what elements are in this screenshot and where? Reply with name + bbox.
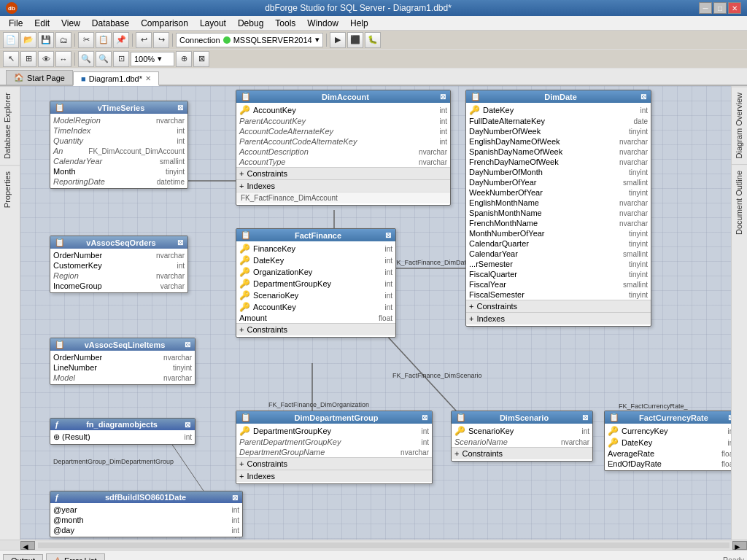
- tb-stop[interactable]: ⬛: [347, 32, 363, 48]
- table-header-vAssocSeqLineItems[interactable]: 📋 vAssocSeqLineItems ⊠: [50, 338, 195, 351]
- section-constraints-dimdate[interactable]: +Constraints: [466, 300, 651, 312]
- table-DimDate[interactable]: 📋 DimDate ⊠ 🔑DateKeyint FullDateAlternat…: [465, 90, 651, 327]
- expand-sdfBuildISO8601Date[interactable]: ⊠: [232, 494, 238, 502]
- field-row: SpanishDayNameOfWeeknvarchar: [466, 147, 651, 157]
- table-header-FactCurrencyRate[interactable]: 📋 FactCurrencyRate ⊠: [605, 411, 731, 424]
- table-DimAccount[interactable]: 📋 DimAccount ⊠ 🔑AccountKeyint ParentAcco…: [236, 90, 451, 206]
- section-constraints-factfinance[interactable]: +Constraints: [236, 323, 395, 335]
- tab-close-button[interactable]: ✕: [145, 74, 151, 82]
- tb-table[interactable]: ⊞: [20, 51, 36, 67]
- table-header-sdfBuildISO8601Date[interactable]: ƒ sdfBuildISO8601Date ⊠: [50, 491, 242, 503]
- scroll-left[interactable]: ◄: [20, 541, 35, 550]
- table-body-DimDate: 🔑DateKeyint FullDateAlternateKeydate Day…: [466, 103, 651, 326]
- tb-save-all[interactable]: 🗂: [55, 32, 71, 48]
- sidebar-diagram-overview[interactable]: Diagram Overview: [732, 86, 747, 164]
- table-name-fn-diagramobjects: fn_diagramobjects: [86, 420, 158, 429]
- expand-FactFinance[interactable]: ⊠: [385, 231, 391, 239]
- section-constraints-dimdeptgrp[interactable]: +Constraints: [236, 457, 432, 470]
- output-tab-button[interactable]: Output: [3, 554, 43, 561]
- diagram-canvas[interactable]: FK_FactFinance_DimDate FK_FactFinance_Di…: [20, 86, 731, 540]
- table-header-DimScenario[interactable]: 📋 DimScenario ⊠: [452, 411, 592, 424]
- tab-diagram[interactable]: ■ Diagram1.dbd* ✕: [73, 71, 159, 86]
- table-vAssocSeqLineItems[interactable]: 📋 vAssocSeqLineItems ⊠ OrderNumbernvarch…: [50, 338, 196, 385]
- tb-fit[interactable]: ⊡: [113, 51, 129, 67]
- table-vTimeSeries[interactable]: 📋 vTimeSeries ⊠ ModelRegionnvarchar Time…: [50, 101, 188, 189]
- expand-vAssocSeqLineItems[interactable]: ⊠: [185, 341, 190, 349]
- tb-zoom-in[interactable]: 🔍: [78, 51, 94, 67]
- menu-edit[interactable]: Edit: [28, 17, 55, 30]
- key-icon: 🔑: [469, 105, 480, 115]
- table-FactFinance[interactable]: 📋 FactFinance ⊠ 🔑FinanceKeyint 🔑DateKeyi…: [236, 228, 396, 338]
- menu-file[interactable]: File: [3, 17, 28, 30]
- field-row: 🔑AccountKeyint: [236, 104, 450, 116]
- field-row: 🔑CurrencyKeyint: [605, 425, 731, 437]
- tb-select[interactable]: ↖: [3, 51, 19, 67]
- field-row: DayNumberOfYearsmallint: [466, 177, 651, 187]
- tb-zoom-100[interactable]: ⊕: [176, 51, 192, 67]
- connection-value: MSSQLSERVER2014: [233, 36, 312, 44]
- sidebar-properties[interactable]: Properties: [0, 165, 20, 214]
- table-header-DimDate[interactable]: 📋 DimDate ⊠: [466, 90, 651, 103]
- tb-view2[interactable]: 👁: [38, 51, 54, 67]
- table-DimDepartmentGroup[interactable]: 📋 DimDepartmentGroup ⊠ 🔑DepartmentGroupK…: [236, 411, 433, 484]
- table-header-DimDepartmentGroup[interactable]: 📋 DimDepartmentGroup ⊠: [236, 411, 432, 424]
- menu-help[interactable]: Help: [344, 17, 374, 30]
- section-indexes[interactable]: +Indexes: [236, 179, 450, 192]
- table-header-vAssocSeqOrders[interactable]: 📋 vAssocSeqOrders ⊠: [50, 236, 187, 249]
- menu-window[interactable]: Window: [301, 17, 344, 30]
- expand-vTimeSeries[interactable]: ⊠: [177, 104, 183, 112]
- tb-new[interactable]: 📄: [3, 32, 19, 48]
- section-indexes-dimdate[interactable]: +Indexes: [466, 312, 651, 324]
- table-header-FactFinance[interactable]: 📋 FactFinance ⊠: [236, 229, 395, 241]
- tb-debug[interactable]: 🐛: [365, 32, 381, 48]
- table-header-vTimeSeries[interactable]: 📋 vTimeSeries ⊠: [50, 101, 187, 114]
- field-row: AnFK_DimAccount_DimAccount: [50, 146, 187, 156]
- horizontal-scrollbar[interactable]: ◄ ►: [0, 540, 747, 550]
- expand-DimAccount[interactable]: ⊠: [440, 93, 446, 101]
- section-constraints[interactable]: +Constraints: [236, 167, 450, 179]
- table-header-fn-diagramobjects[interactable]: ƒ fn_diagramobjects ⊠: [50, 419, 195, 430]
- tb-cut[interactable]: ✂: [78, 32, 94, 48]
- menu-tools[interactable]: Tools: [269, 17, 301, 30]
- table-header-DimAccount[interactable]: 📋 DimAccount ⊠: [236, 90, 450, 103]
- menu-comparison[interactable]: Comparison: [135, 17, 194, 30]
- tb-zoom-out[interactable]: 🔍: [96, 51, 112, 67]
- tb-redo[interactable]: ↪: [153, 32, 169, 48]
- tab-start-page[interactable]: 🏠 Start Page: [6, 70, 73, 85]
- menu-view[interactable]: View: [55, 17, 86, 30]
- table-DimScenario[interactable]: 📋 DimScenario ⊠ 🔑ScenarioKeyint Scenario…: [451, 411, 593, 462]
- table-vAssocSeqOrders[interactable]: 📋 vAssocSeqOrders ⊠ OrderNumbernvarchar …: [50, 236, 188, 293]
- table-body-vTimeSeries: ModelRegionnvarchar TimeIndexint Quantit…: [50, 114, 187, 188]
- close-button[interactable]: ✕: [728, 2, 741, 14]
- section-constraints-dimscenario[interactable]: +Constraints: [452, 447, 592, 459]
- zoom-dropdown[interactable]: 100% ▾: [131, 52, 174, 66]
- tb-copy[interactable]: 📋: [96, 32, 112, 48]
- tb-save[interactable]: 💾: [38, 32, 54, 48]
- tb-undo[interactable]: ↩: [136, 32, 152, 48]
- error-list-tab-button[interactable]: ⚠ Error List: [46, 553, 105, 560]
- menu-layout[interactable]: Layout: [194, 17, 232, 30]
- scroll-right[interactable]: ►: [732, 541, 747, 550]
- table-fn-diagramobjects[interactable]: ƒ fn_diagramobjects ⊠ ⊛ (Result)int: [50, 418, 196, 445]
- expand-FactCurrencyRate[interactable]: ⊠: [728, 413, 731, 421]
- expand-DimDate[interactable]: ⊠: [640, 93, 646, 101]
- menu-database[interactable]: Database: [86, 17, 135, 30]
- menu-debug[interactable]: Debug: [232, 17, 269, 30]
- tb-zoom-fit2[interactable]: ⊠: [193, 51, 209, 67]
- expand-fn-diagramobjects[interactable]: ⊠: [185, 421, 190, 429]
- connection-dropdown[interactable]: Connection MSSQLSERVER2014 ▾: [176, 33, 323, 47]
- expand-DimScenario[interactable]: ⊠: [582, 413, 588, 421]
- table-FactCurrencyRate[interactable]: 📋 FactCurrencyRate ⊠ 🔑CurrencyKeyint 🔑Da…: [604, 411, 731, 471]
- expand-vAssocSeqOrders[interactable]: ⊠: [177, 238, 183, 246]
- section-indexes-dimdeptgrp[interactable]: +Indexes: [236, 470, 432, 482]
- table-sdfBuildISO8601Date[interactable]: ƒ sdfBuildISO8601Date ⊠ @yearint @monthi…: [50, 491, 243, 537]
- tb-relation[interactable]: ↔: [55, 51, 71, 67]
- minimize-button[interactable]: ─: [699, 2, 712, 14]
- tb-paste[interactable]: 📌: [113, 32, 129, 48]
- tb-execute[interactable]: ▶: [330, 32, 346, 48]
- sidebar-db-explorer[interactable]: Database Explorer: [0, 86, 20, 165]
- sidebar-document-outline[interactable]: Document Outline: [732, 164, 747, 241]
- expand-DimDepartmentGroup[interactable]: ⊠: [422, 413, 427, 421]
- maximize-button[interactable]: □: [713, 2, 727, 14]
- tb-open[interactable]: 📂: [20, 32, 36, 48]
